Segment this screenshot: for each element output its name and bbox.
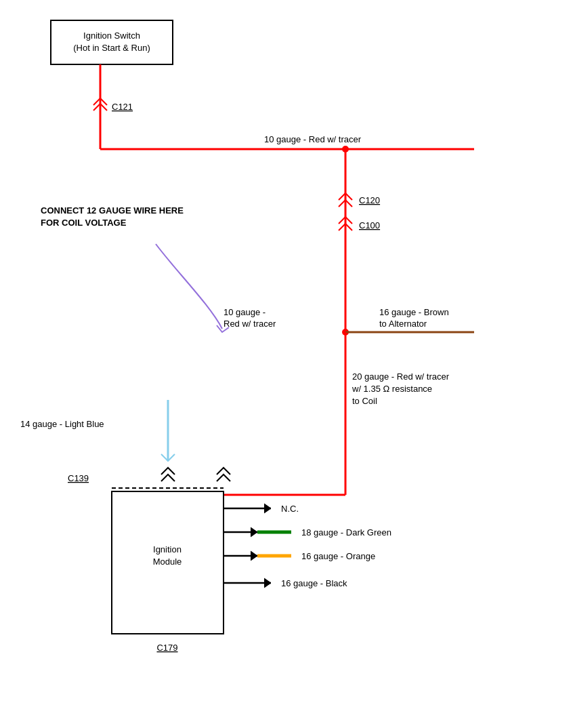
annotation-line2: FOR COIL VOLTAGE bbox=[41, 218, 127, 228]
nc-label: N.C. bbox=[281, 504, 299, 514]
light-blue-label: 14 gauge - Light Blue bbox=[20, 419, 104, 429]
red-top-label: 10 gauge - Red w/ tracer bbox=[264, 134, 362, 144]
red-bottom-label2: w/ 1.35 Ω resistance bbox=[352, 384, 432, 394]
orange-label: 16 gauge - Orange bbox=[301, 551, 375, 561]
ignition-module-label1: Ignition bbox=[153, 544, 182, 554]
dark-green-label: 18 gauge - Dark Green bbox=[301, 527, 391, 538]
red-bottom-label3: to Coil bbox=[352, 396, 377, 406]
red-mid-label1: 10 gauge - bbox=[224, 307, 266, 317]
c100-label: C100 bbox=[359, 220, 380, 230]
c179-label: C179 bbox=[156, 643, 177, 653]
ignition-switch-sublabel: (Hot in Start & Run) bbox=[73, 43, 150, 53]
ignition-module-label2: Module bbox=[153, 557, 182, 567]
ignition-switch-label: Ignition Switch bbox=[83, 31, 140, 41]
c121-label: C121 bbox=[112, 102, 133, 112]
brown-label2: to Alternator bbox=[379, 319, 427, 329]
black-label: 16 gauge - Black bbox=[281, 578, 347, 588]
annotation-line1: CONNECT 12 GAUGE WIRE HERE bbox=[41, 205, 184, 216]
brown-label1: 16 gauge - Brown bbox=[379, 307, 449, 317]
red-mid-label2: Red w/ tracer bbox=[224, 319, 276, 329]
c139-label: C139 bbox=[68, 473, 89, 483]
red-bottom-label1: 20 gauge - Red w/ tracer bbox=[352, 371, 450, 382]
c120-label: C120 bbox=[359, 195, 380, 205]
